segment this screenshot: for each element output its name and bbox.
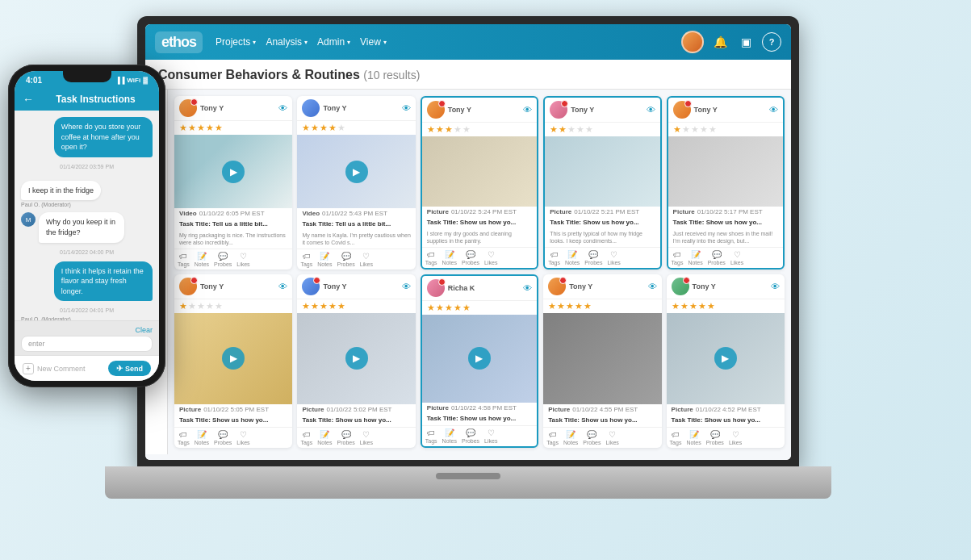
likes-button[interactable]: ♡Likes [236, 252, 249, 267]
clear-button[interactable]: Clear [21, 324, 153, 336]
probes-button[interactable]: 💬Probes [462, 250, 479, 265]
status-icons: ▐▐ WiFi ▓ [115, 77, 148, 84]
eye-icon[interactable]: 👁 [278, 103, 287, 113]
card-task-title: Task Title: Tell us a little bit... [297, 219, 415, 231]
play-button[interactable]: ▶ [222, 161, 245, 183]
card-header: Tony Y 👁 [422, 98, 537, 123]
play-button[interactable]: ▶ [345, 347, 368, 370]
nav-projects[interactable]: Projects ▾ [216, 36, 256, 48]
tags-button[interactable]: 🏷Tags [178, 430, 190, 445]
comment-input[interactable]: + New Comment [23, 363, 103, 374]
notes-button[interactable]: 📝Notes [442, 250, 457, 265]
eye-icon[interactable]: 👁 [402, 103, 411, 113]
phone-bottom-bar: + New Comment ✈ Send [15, 355, 159, 381]
moderator-row: M Why do you keep it in the fridge? [21, 212, 153, 242]
likes-button[interactable]: ♡Likes [605, 430, 618, 445]
card-meta: Picture 01/10/22 5:02 PM EST [297, 404, 415, 415]
card-meta: Video 01/10/22 6:05 PM EST [174, 208, 292, 219]
probes-button[interactable]: 💬Probes [706, 430, 724, 445]
card-6: Tony Y 👁 ★★★★★ ▶ Picture 01/1 [174, 274, 292, 448]
probes-button[interactable]: 💬Probes [337, 430, 354, 445]
probes-button[interactable]: 💬Probes [584, 250, 602, 265]
star-rating: ★★★★★ [174, 299, 292, 313]
tags-button[interactable]: 🏷Tags [546, 430, 559, 445]
eye-icon[interactable]: 👁 [648, 282, 657, 291]
play-button[interactable]: ▶ [468, 347, 491, 370]
card-user-name: Tony Y [323, 104, 398, 112]
tags-button[interactable]: 🏷Tags [300, 430, 312, 445]
eye-icon[interactable]: 👁 [769, 105, 778, 115]
send-button[interactable]: ✈ Send [108, 361, 151, 376]
eye-icon[interactable]: 👁 [278, 282, 287, 291]
back-button[interactable]: ← [23, 93, 34, 106]
media-type: Picture [548, 406, 570, 413]
tags-button[interactable]: 🏷Tags [548, 250, 560, 265]
tags-button[interactable]: 🏷Tags [672, 250, 684, 265]
phone-header: ← Task Instructions [15, 88, 159, 111]
card-description: My name is Kayla. I'm pretty cautious wh… [297, 232, 415, 249]
likes-button[interactable]: ♡Likes [360, 252, 373, 267]
play-button[interactable]: ▶ [345, 161, 368, 183]
notes-button[interactable]: 📝Notes [565, 250, 580, 265]
likes-button[interactable]: ♡Likes [236, 430, 249, 445]
eye-icon[interactable]: 👁 [523, 105, 532, 115]
card-meta: Picture 01/10/22 4:52 PM EST [667, 404, 785, 415]
monitor-icon[interactable]: ▣ [736, 32, 755, 52]
tags-button[interactable]: 🏷Tags [670, 430, 682, 445]
add-comment-icon[interactable]: + [23, 363, 34, 374]
probes-button[interactable]: 💬Probes [583, 430, 601, 445]
notes-button[interactable]: 📝Notes [317, 430, 332, 445]
nav-view[interactable]: View ▾ [360, 36, 387, 48]
notes-button[interactable]: 📝Notes [442, 428, 457, 444]
notes-button[interactable]: 📝Notes [317, 252, 332, 267]
probes-button[interactable]: 💬Probes [708, 250, 726, 265]
card-2: Tony Y 👁 ★★★★★ ▶ Video 01/10/ [297, 96, 415, 270]
message-bubble: Where do you store your coffee at home a… [54, 117, 153, 157]
play-button[interactable]: ▶ [714, 347, 737, 370]
media-type: Video [302, 210, 320, 217]
notes-button[interactable]: 📝Notes [688, 250, 702, 265]
message-stack: Why do you keep it in the fridge? [39, 212, 153, 242]
battery-icon: ▓ [143, 77, 148, 84]
likes-button[interactable]: ♡Likes [607, 250, 620, 265]
notes-button[interactable]: 📝Notes [195, 252, 209, 267]
probes-area: Clear enter [15, 320, 159, 355]
likes-button[interactable]: ♡Likes [484, 250, 497, 265]
avatar [179, 278, 197, 295]
likes-button[interactable]: ♡Likes [730, 250, 743, 265]
probes-button[interactable]: 💬Probes [462, 428, 479, 444]
eye-icon[interactable]: 👁 [771, 282, 780, 291]
play-button[interactable]: ▶ [222, 347, 245, 370]
card-header: Tony Y 👁 [668, 98, 783, 123]
tags-button[interactable]: 🏷Tags [425, 250, 437, 265]
likes-button[interactable]: ♡Likes [484, 428, 497, 444]
media-type: Picture [302, 406, 324, 413]
nav-admin[interactable]: Admin ▾ [317, 36, 350, 48]
tags-button[interactable]: 🏷Tags [300, 252, 312, 267]
bell-icon[interactable]: 🔔 [710, 32, 730, 52]
notes-button[interactable]: 📝Notes [195, 430, 209, 445]
notes-button[interactable]: 📝Notes [563, 430, 578, 445]
probes-button[interactable]: 💬Probes [214, 252, 232, 267]
card-date: 01/10/22 4:58 PM EST [451, 404, 517, 412]
card-header: Tony Y 👁 [543, 274, 661, 299]
eye-icon[interactable]: 👁 [402, 282, 411, 291]
probe-input[interactable]: enter [21, 336, 153, 352]
card-task-title: Task Title: Show us how yo... [543, 415, 661, 427]
nav-analysis[interactable]: Analysis ▾ [266, 36, 308, 48]
card-task-title: Task Title: Show us how yo... [667, 415, 785, 427]
likes-button[interactable]: ♡Likes [360, 430, 373, 445]
probes-button[interactable]: 💬Probes [337, 252, 354, 267]
eye-icon[interactable]: 👁 [647, 105, 655, 115]
card-date: 01/10/22 5:43 PM EST [322, 210, 387, 217]
help-icon[interactable]: ? [762, 32, 781, 52]
tags-button[interactable]: 🏷Tags [425, 428, 437, 444]
probes-button[interactable]: 💬Probes [214, 430, 232, 445]
card-7: Tony Y 👁 ★★★★★ ▶ Picture 01/1 [297, 274, 415, 448]
notes-button[interactable]: 📝Notes [686, 430, 701, 445]
media-type: Picture [179, 406, 201, 413]
likes-button[interactable]: ♡Likes [729, 430, 742, 445]
tags-button[interactable]: 🏷Tags [178, 252, 190, 267]
media-type: Picture [550, 208, 571, 215]
eye-icon[interactable]: 👁 [523, 283, 532, 293]
